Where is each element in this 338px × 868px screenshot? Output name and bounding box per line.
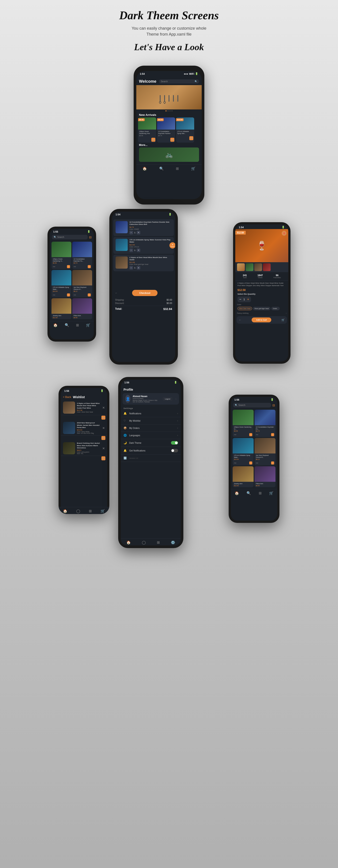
page-title: Dark Theem Screens xyxy=(119,9,219,22)
product-card-2[interactable]: $4.74 12 Constellation Keychain Fashion … xyxy=(157,117,175,143)
nav-home-l[interactable]: 🏠 xyxy=(53,323,58,327)
nav-search-p[interactable]: ◯ xyxy=(142,540,146,545)
r-product-4[interactable]: 1pc Deer Elephant Unicorn R... $8.12 Add… xyxy=(255,438,275,465)
home-search[interactable]: Search 🔍 xyxy=(159,80,199,84)
nav-settings-p[interactable]: ⚙️ xyxy=(171,540,175,545)
listing-product-4[interactable]: 1pc Deer Elephant Unicorn R... $8.12 Add… xyxy=(72,270,92,298)
settings-wishlist[interactable]: ♡ My Wishlist › xyxy=(121,417,181,425)
nav-grid-p[interactable]: ⊞ xyxy=(157,540,160,545)
search-input-right[interactable]: 🔍 Search xyxy=(233,403,271,407)
back-btn-detail[interactable]: ← xyxy=(239,318,241,321)
cart-item-3[interactable]: 2 Styles of Deer Head Wine Mouth Deer Wi… xyxy=(113,255,174,272)
listing-product-1[interactable]: 100pcs Green Gardening Vi... $6.56 Add + xyxy=(52,242,71,269)
wishlist-back[interactable]: < Back xyxy=(63,396,71,399)
wishlist-cart-1[interactable]: 🛒 xyxy=(101,416,105,420)
r-product-3[interactable]: 170 cm Inflatable Spray Wate... $14.54 A… xyxy=(233,438,253,465)
product-card-3[interactable]: $14.54 170 cm Inflatable Spray Wat... 🛒 xyxy=(176,117,194,143)
logout-button[interactable]: Logout xyxy=(163,397,172,401)
nav-cart-l[interactable]: 🛒 xyxy=(86,323,90,327)
logout-arrow[interactable]: › xyxy=(176,398,176,400)
phone-listing-right: 1:56 🔋 🔍 Search ⊟ 100pcs Green Gardening… xyxy=(229,395,279,523)
product-card-1[interactable]: $6.56 100pcs Green Gardening Vine $6.56 … xyxy=(138,117,156,143)
search-input-left[interactable]: 🔍 Search xyxy=(52,235,88,240)
dark-theme-toggle[interactable] xyxy=(171,441,178,444)
user-avatar: 👤 xyxy=(125,395,130,403)
settings-notifications[interactable]: 🔔 Notifications › xyxy=(121,410,181,417)
settings-orders[interactable]: 📦 My Orders › xyxy=(121,425,181,432)
profile-title: Profile xyxy=(121,386,181,392)
listing-product-6[interactable]: Pillow item $9.50 xyxy=(72,298,92,319)
cart-icon-detail[interactable]: 🛒 xyxy=(281,318,285,321)
orders-icon: 📦 xyxy=(124,427,127,430)
nav-home-w[interactable]: 🏠 xyxy=(63,509,67,512)
status-bar-home: 1:54 ●●● WiFi 🔋 xyxy=(136,71,202,75)
qty-minus-1[interactable]: − xyxy=(130,231,133,235)
nav-grid-w[interactable]: ⊞ xyxy=(89,509,92,512)
r-product-2[interactable]: 12 Constellation Keychain Fe... $4.74 Ad… xyxy=(255,410,275,437)
page-subtitle: You can easily change or customize whole… xyxy=(132,25,207,37)
nav-home[interactable]: 🏠 xyxy=(142,166,147,171)
nav-search-l[interactable]: 🔍 xyxy=(65,323,69,327)
look-title: Let's Have a Look xyxy=(134,42,204,53)
listing-product-5[interactable]: Jewelry item $12.00 xyxy=(52,298,71,319)
more-label: More... xyxy=(139,144,199,147)
nav-search-r[interactable]: 🔍 xyxy=(246,491,251,495)
color-rose[interactable]: Rose gold tiger head xyxy=(253,307,270,310)
nav-search-w[interactable]: ◯ xyxy=(76,509,80,512)
cart-item-1[interactable]: 12 Constellation Keychain Fashion Double… xyxy=(113,219,174,236)
settings-dark-theme[interactable]: 🌙 Dark Theme xyxy=(121,439,181,447)
color-gold[interactable]: Golde... xyxy=(271,307,280,310)
listing-product-2[interactable]: 12 Constellation Keychain Fa... $4.74 Ad… xyxy=(72,242,92,269)
wishlist-cart-2[interactable]: 🛒 xyxy=(101,436,105,440)
r-product-1[interactable]: 100pcs Green Gardening Vi... $6.56 Add + xyxy=(233,410,253,437)
settings-get-notifications[interactable]: 🔔 Get Notifications xyxy=(121,447,181,455)
phone-detail: 1:54 🔋 🍷 $12.58 ♥ 241 xyxy=(233,222,291,364)
qty-minus-3[interactable]: − xyxy=(130,266,133,270)
nav-cart-w[interactable]: 🛒 xyxy=(101,509,105,512)
wishlist-item-2[interactable]: 2019 New Waterproof Winter Jacket Men Ho… xyxy=(61,421,107,436)
nav-grid-l[interactable]: ⊞ xyxy=(76,323,79,327)
color-silver[interactable]: Silver Deer head xyxy=(237,307,252,310)
wishlist-item-3[interactable]: Brand Clothing Vest Jacket Mens New Autu… xyxy=(61,441,107,456)
nav-home-p[interactable]: 🏠 xyxy=(126,540,131,545)
home-title: Welcome xyxy=(139,79,157,84)
delete-btn[interactable]: ✕ Delete xyxy=(169,242,175,248)
nav-cart-r[interactable]: 🛒 xyxy=(269,491,273,495)
qty-plus-detail[interactable]: + xyxy=(247,298,249,301)
r-product-5[interactable]: Jewelry item $12.00 xyxy=(233,466,253,487)
phone-home: 1:54 ●●● WiFi 🔋 Welcome Search 🔍 xyxy=(134,66,204,205)
add-to-cart-button[interactable]: Add to Cart xyxy=(251,317,271,322)
settings-version: ℹ️ Version 1.0 xyxy=(121,455,181,462)
version-icon: ℹ️ xyxy=(124,457,127,460)
r-product-6[interactable]: Pillow item $9.50 xyxy=(255,466,275,487)
qty-plus-2[interactable]: + xyxy=(137,248,140,252)
nav-grid-r[interactable]: ⊞ xyxy=(259,491,262,495)
user-address: Memon Nagar 15-A/2, Gulzar e Hijri, Sch … xyxy=(133,400,160,403)
get-notifications-icon: 🔔 xyxy=(124,449,127,452)
wishlist-item-1[interactable]: 2 Styles of Deer Head Wine Mouth Deer He… xyxy=(61,400,107,415)
dark-theme-icon: 🌙 xyxy=(124,441,127,444)
wishlist-icon: ♡ xyxy=(124,419,127,422)
wishlist-delete-1[interactable]: ✕ xyxy=(102,406,105,409)
qty-plus-1[interactable]: + xyxy=(137,231,140,235)
notifications-toggle[interactable] xyxy=(171,449,178,452)
nav-grid[interactable]: ⊞ xyxy=(176,166,179,171)
checkout-button[interactable]: Checkout xyxy=(132,290,157,296)
user-phone: 03322219882 xyxy=(133,398,160,400)
phone-listing-left: 1:55 🔋 🔍 Search ⊟ 100pcs Green Gardening… xyxy=(47,227,96,342)
qty-minus-detail[interactable]: − xyxy=(239,298,241,301)
wishlist-btn[interactable]: ♥ xyxy=(282,231,286,236)
cart-item-2[interactable]: 170 cm Inflatable Spray Water Summer Kid… xyxy=(113,237,174,254)
qty-minus-2[interactable]: − xyxy=(130,248,133,252)
qty-plus-3[interactable]: + xyxy=(137,266,140,270)
wishlist-delete-3[interactable]: ✕ xyxy=(102,446,105,450)
nav-search[interactable]: 🔍 xyxy=(159,166,164,171)
nav-cart[interactable]: 🛒 xyxy=(191,166,196,171)
filter-icon[interactable]: ⊟ xyxy=(89,236,92,239)
nav-home-r[interactable]: 🏠 xyxy=(235,491,239,495)
settings-languages[interactable]: 🌐 Languages › xyxy=(121,432,181,439)
listing-product-3[interactable]: 170 cm Inflatable Spray Wate... $14.54 A… xyxy=(52,270,71,298)
filter-icon-right[interactable]: ⊟ xyxy=(272,403,275,407)
wishlist-cart-3[interactable]: 🛒 xyxy=(101,456,105,460)
wishlist-delete-2[interactable]: ✕ xyxy=(102,426,105,430)
